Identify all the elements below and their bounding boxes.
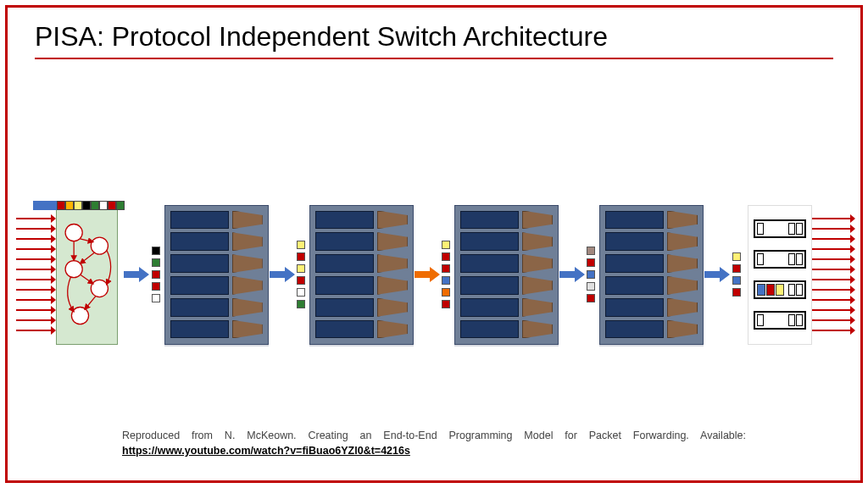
- stage-tags: [586, 247, 597, 302]
- output-queues: [748, 205, 812, 345]
- svg-point-4: [71, 307, 88, 324]
- connector-arrow: [269, 265, 296, 284]
- arrow-icon: [16, 236, 56, 242]
- arrow-icon: [16, 215, 56, 222]
- stage-tags: [150, 247, 161, 302]
- arrow-icon: [16, 307, 56, 313]
- connector-arrow: [414, 265, 441, 284]
- arrow-icon: [812, 307, 855, 313]
- citation-text: Reproduced from N. McKeown. Creating an …: [122, 428, 746, 458]
- arrow-icon: [16, 276, 56, 283]
- arrow-icon: [812, 327, 855, 334]
- queue-row: [754, 219, 806, 238]
- stage-tags: [441, 241, 452, 308]
- egress-arrows: [812, 215, 860, 334]
- match-action-stage: [309, 205, 414, 345]
- pipeline-diagram: [8, 198, 860, 351]
- arrow-icon: [16, 297, 56, 303]
- arrow-icon: [16, 327, 56, 334]
- ingress-arrows: [8, 215, 56, 334]
- match-action-stage: [164, 205, 269, 345]
- arrow-icon: [16, 266, 56, 273]
- svg-point-0: [65, 224, 82, 241]
- arrow-icon: [16, 317, 56, 324]
- arrow-icon: [812, 215, 855, 222]
- connector-arrow: [559, 265, 586, 284]
- parser-block: [56, 205, 118, 345]
- slide-title: PISA: Protocol Independent Switch Archit…: [35, 21, 833, 59]
- parser-graph-icon: [57, 206, 117, 344]
- svg-point-1: [91, 237, 108, 254]
- arrow-icon: [812, 236, 855, 242]
- arrow-icon: [812, 286, 855, 293]
- citation-link[interactable]: https://www.youtube.com/watch?v=fiBuao6Y…: [122, 445, 410, 457]
- match-action-stage: [599, 205, 704, 345]
- arrow-icon: [812, 266, 855, 273]
- arrow-icon: [812, 246, 855, 252]
- arrow-icon: [812, 256, 855, 263]
- arrow-icon: [16, 246, 56, 252]
- queue-row: [754, 280, 806, 299]
- citation-prefix: Reproduced from N. McKeown. Creating an …: [122, 430, 746, 441]
- output-tags: [731, 252, 742, 297]
- connector-arrow: [704, 265, 731, 284]
- match-action-stage: [454, 205, 559, 345]
- connector-arrow: [123, 265, 150, 284]
- arrow-icon: [812, 225, 855, 232]
- arrow-icon: [812, 317, 855, 324]
- arrow-icon: [812, 297, 855, 303]
- queue-row: [754, 311, 806, 330]
- svg-point-2: [65, 260, 82, 277]
- queue-row: [754, 250, 806, 269]
- svg-point-3: [91, 280, 108, 297]
- arrow-icon: [16, 256, 56, 263]
- arrow-icon: [16, 286, 56, 293]
- arrow-icon: [16, 225, 56, 232]
- arrow-icon: [812, 276, 855, 283]
- slide-frame: PISA: Protocol Independent Switch Archit…: [5, 5, 863, 483]
- stage-tags: [296, 241, 307, 308]
